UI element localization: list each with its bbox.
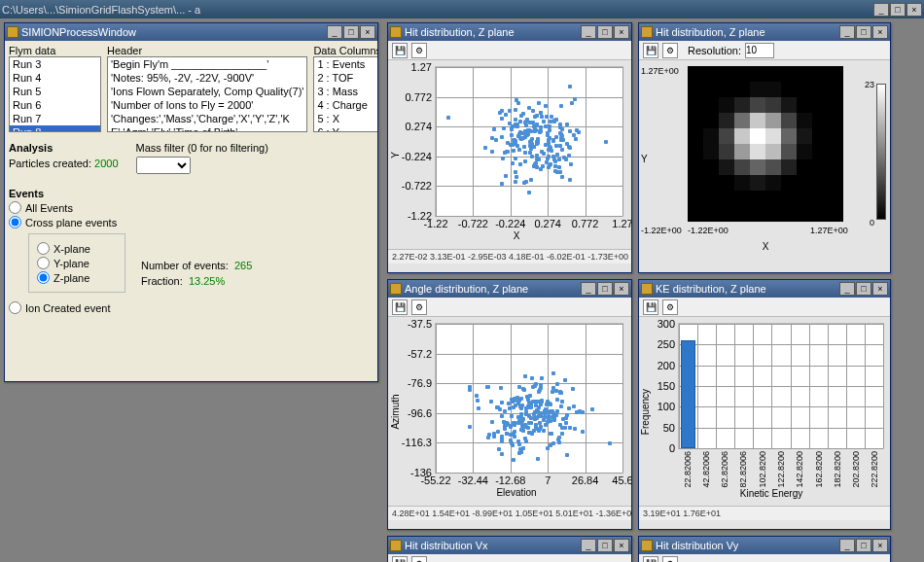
save-icon[interactable]: 💾 xyxy=(643,299,658,315)
maximize-button[interactable]: □ xyxy=(597,539,613,552)
process-window: SIMIONProcessWindow _ □ × Flym data Run … xyxy=(4,22,378,382)
window-titlebar[interactable]: Hit distribution, Z plane _□× xyxy=(388,23,631,41)
save-icon[interactable]: 💾 xyxy=(643,556,658,563)
scatter-plot[interactable]: -1.22-0.722-0.2240.2740.7721.27 -1.22-0.… xyxy=(435,66,623,217)
plane-fieldset: X-plane Y-plane Z-plane xyxy=(28,233,125,293)
window-titlebar[interactable]: Hit distribution Vx _□× xyxy=(388,537,631,554)
maximize-button[interactable]: □ xyxy=(856,282,871,296)
scatter-plot[interactable]: -136-116.3-96.6-76.9-57.2-37.5 -55.22-32… xyxy=(435,323,623,474)
window-title: KE distribution, Z plane xyxy=(656,283,766,295)
close-button[interactable]: × xyxy=(872,282,888,296)
analysis-heading: Analysis xyxy=(9,142,119,154)
resolution-label: Resolution: xyxy=(688,45,741,56)
yplane-radio[interactable]: Y-plane xyxy=(37,257,117,269)
window-titlebar[interactable]: Angle distribution, Z plane _□× xyxy=(388,280,631,298)
resolution-input[interactable] xyxy=(745,43,774,58)
legend-min: 0 xyxy=(870,218,874,228)
app-window-controls: _ □ × xyxy=(873,3,922,17)
save-icon[interactable]: 💾 xyxy=(643,43,658,58)
close-button[interactable]: × xyxy=(614,282,629,296)
x-ticks: -1.22-0.722-0.2240.2740.7721.27 xyxy=(436,218,622,229)
y-axis-label: Azimuth xyxy=(390,394,401,429)
massfilter-select[interactable] xyxy=(136,157,191,174)
numevents-value: 265 xyxy=(234,260,252,271)
maximize-button[interactable]: □ xyxy=(890,3,906,17)
fraction-label: Fraction: xyxy=(141,275,183,287)
save-icon[interactable]: 💾 xyxy=(392,556,408,563)
window-titlebar[interactable]: Hit distribution, Z plane _□× xyxy=(639,23,890,41)
chart-toolbar: 💾 ⚙ xyxy=(639,298,890,317)
tool-icon[interactable]: ⚙ xyxy=(411,43,427,58)
save-icon[interactable]: 💾 xyxy=(392,43,408,58)
cross-plane-radio[interactable]: Cross plane events xyxy=(9,216,373,228)
minimize-button[interactable]: _ xyxy=(327,25,342,39)
tool-icon[interactable]: ⚙ xyxy=(411,556,427,563)
minimize-button[interactable]: _ xyxy=(581,539,596,552)
maximize-button[interactable]: □ xyxy=(597,282,613,296)
maximize-button[interactable]: □ xyxy=(856,539,871,552)
minimize-button[interactable]: _ xyxy=(839,25,855,39)
window-title: Angle distribution, Z plane xyxy=(405,283,528,295)
tool-icon[interactable]: ⚙ xyxy=(411,299,427,315)
ke-dist-window: KE distribution, Z plane _□× 💾 ⚙ Frequen… xyxy=(638,279,891,530)
numevents-label: Number of events: xyxy=(141,260,229,271)
x-axis-label: X xyxy=(402,230,631,241)
close-button[interactable]: × xyxy=(872,25,888,39)
chart-toolbar: 💾 ⚙ Resolution: xyxy=(639,41,890,60)
hit-z-scatter-window: Hit distribution, Z plane _□× 💾 ⚙ Y -1.2… xyxy=(387,22,632,273)
header-listbox[interactable]: 'Begin Fly'm ________________''Notes: 95… xyxy=(107,56,307,132)
close-button[interactable]: × xyxy=(614,539,629,552)
window-title: Hit distribution Vx xyxy=(405,540,488,551)
flym-listbox[interactable]: Run 3Run 4Run 5Run 6Run 7Run 8Run 9 xyxy=(9,56,101,132)
minimize-button[interactable]: _ xyxy=(873,3,889,17)
window-title: Hit distribution Vy xyxy=(656,540,738,551)
save-icon[interactable]: 💾 xyxy=(392,299,408,315)
maximize-button[interactable]: □ xyxy=(856,25,871,39)
window-title: Hit distribution, Z plane xyxy=(656,26,765,38)
bar-plot[interactable]: 050100150200250300 xyxy=(678,323,884,449)
header-label: Header xyxy=(107,45,307,56)
cols-listbox[interactable]: 1 : Events2 : TOF3 : Mass4 : Charge5 : X… xyxy=(313,56,377,132)
xplane-radio[interactable]: X-plane xyxy=(37,242,117,255)
status-bar: 4.28E+01 1.54E+01 -8.99E+01 1.05E+01 5.0… xyxy=(388,506,631,520)
close-button[interactable]: × xyxy=(360,25,375,39)
window-titlebar[interactable]: Hit distribution Vy _□× xyxy=(639,537,890,554)
hit-vx-window: Hit distribution Vx _□× 💾⚙ xyxy=(387,536,632,562)
minimize-button[interactable]: _ xyxy=(581,282,596,296)
legend-max: 23 xyxy=(865,80,874,89)
chart-toolbar: 💾 ⚙ xyxy=(388,298,631,317)
minimize-button[interactable]: _ xyxy=(581,25,596,39)
tool-icon[interactable]: ⚙ xyxy=(662,43,678,58)
process-window-titlebar[interactable]: SIMIONProcessWindow _ □ × xyxy=(5,23,377,41)
ion-created-radio[interactable]: Ion Created event xyxy=(9,301,373,314)
window-icon xyxy=(390,26,402,38)
x-axis-label: Kinetic Energy xyxy=(653,488,890,499)
tool-icon[interactable]: ⚙ xyxy=(662,299,678,315)
process-window-title: SIMIONProcessWindow xyxy=(21,26,136,38)
cols-label: Data Columns xyxy=(313,45,377,56)
tool-icon[interactable]: ⚙ xyxy=(662,556,678,563)
y-axis-label: Frequency xyxy=(641,388,652,434)
legend-gradient xyxy=(876,84,886,220)
close-button[interactable]: × xyxy=(906,3,922,17)
maximize-button[interactable]: □ xyxy=(597,25,613,39)
maximize-button[interactable]: □ xyxy=(343,25,359,39)
chart-toolbar: 💾 ⚙ xyxy=(388,41,631,60)
window-titlebar[interactable]: KE distribution, Z plane _□× xyxy=(639,280,890,298)
x-tick-left: -1.22E+00 xyxy=(688,226,729,235)
minimize-button[interactable]: _ xyxy=(839,282,855,296)
status-bar: 2.27E-02 3.13E-01 -2.95E-03 4.18E-01 -6.… xyxy=(388,249,631,263)
window-icon xyxy=(7,26,18,38)
all-events-radio[interactable]: All Events xyxy=(9,201,373,214)
heatmap-plot[interactable] xyxy=(688,66,843,222)
close-button[interactable]: × xyxy=(872,539,888,552)
massfilter-label: Mass filter (0 for no filtering) xyxy=(136,142,268,154)
minimize-button[interactable]: _ xyxy=(839,539,855,552)
app-titlebar: C:\Users\...\SimionGridFlashSystem\... -… xyxy=(0,0,924,18)
gridlines xyxy=(679,324,883,448)
close-button[interactable]: × xyxy=(614,25,629,39)
zplane-radio[interactable]: Z-plane xyxy=(37,271,117,284)
hit-vy-window: Hit distribution Vy _□× 💾⚙ xyxy=(638,536,891,562)
y-ticks: -1.22-0.722-0.2240.2740.7721.27 xyxy=(401,67,434,216)
x-ticks: 22.8200642.8200662.8200682.82006102.8200… xyxy=(678,451,884,488)
